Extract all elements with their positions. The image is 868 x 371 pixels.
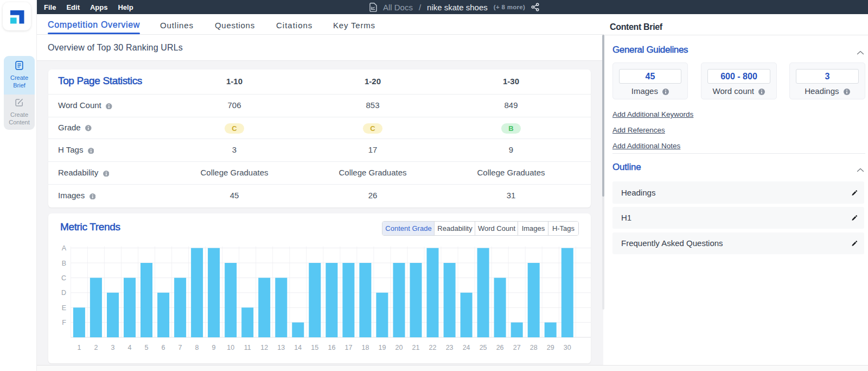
svg-text:15: 15	[311, 344, 318, 351]
svg-text:8: 8	[195, 344, 199, 351]
svg-text:A: A	[62, 244, 67, 252]
svg-text:30: 30	[564, 344, 571, 351]
svg-text:23: 23	[446, 344, 454, 351]
svg-text:13: 13	[277, 344, 285, 351]
svg-text:12: 12	[260, 344, 268, 351]
svg-text:7: 7	[178, 344, 182, 351]
svg-text:5: 5	[145, 344, 149, 351]
svg-text:18: 18	[361, 344, 369, 351]
svg-text:D: D	[61, 289, 66, 297]
svg-text:26: 26	[496, 344, 504, 351]
svg-text:19: 19	[378, 344, 386, 351]
svg-text:2: 2	[94, 344, 98, 351]
svg-text:1: 1	[77, 344, 81, 351]
svg-text:E: E	[62, 304, 66, 312]
svg-text:C: C	[61, 274, 66, 282]
svg-text:10: 10	[227, 344, 234, 351]
svg-text:F: F	[62, 319, 66, 326]
svg-text:16: 16	[328, 344, 335, 351]
svg-text:4: 4	[128, 344, 132, 351]
svg-text:6: 6	[162, 344, 165, 351]
svg-text:9: 9	[212, 344, 216, 351]
svg-text:24: 24	[463, 344, 470, 351]
svg-text:28: 28	[530, 344, 538, 351]
svg-text:22: 22	[429, 344, 437, 351]
svg-text:B: B	[62, 260, 66, 267]
svg-text:3: 3	[111, 344, 115, 351]
svg-text:17: 17	[344, 344, 352, 351]
svg-text:27: 27	[513, 344, 521, 351]
svg-text:21: 21	[412, 344, 420, 351]
svg-text:29: 29	[547, 344, 554, 351]
svg-text:20: 20	[395, 344, 403, 351]
svg-text:25: 25	[480, 344, 487, 351]
svg-text:14: 14	[294, 344, 302, 351]
svg-text:11: 11	[244, 344, 251, 351]
